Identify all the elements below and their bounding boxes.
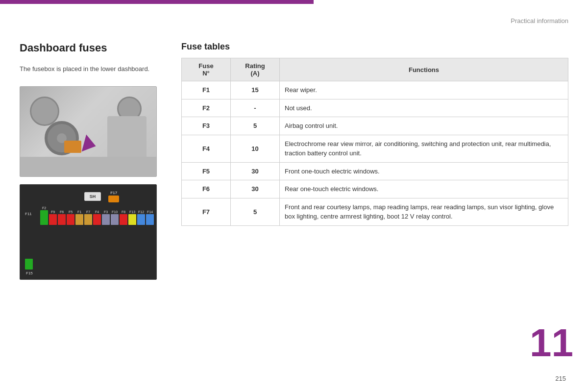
top-bar [0,0,314,4]
fuse-f9-block [49,214,57,225]
table-row: F2-Not used. [182,99,568,117]
table-cell-rating: 5 [231,198,280,225]
fuse-f6-item: F6 [58,210,66,225]
fuse-f1-label: F1 [77,210,81,214]
table-row: F630Rear one-touch electric windows. [182,180,568,198]
fuse-f6-block [58,214,66,225]
fuse-f5-label: F5 [69,210,73,214]
fuse-f13-block [128,214,136,225]
table-cell-functions: Front and rear courtesy lamps, map readi… [280,198,568,225]
fuse-f7-block [84,214,92,225]
fuse-f14-label: F14 [147,210,153,214]
fuse-f13-label: F13 [129,210,135,214]
fuse-f7-item: F7 [84,210,92,225]
table-cell-fuse: F1 [182,81,231,99]
main-content: Dashboard fuses The fusebox is placed in… [0,32,588,392]
fuse-f11-label: F11 [25,212,32,216]
page-number: 215 [555,375,566,382]
fuse-top-row: SH F17 [24,191,152,202]
fuse-table: FuseN° Rating(A) Functions F115Rear wipe… [181,58,568,226]
fuse-f8-block [120,214,127,225]
fuse-f1-block [75,214,83,225]
fuse-f9-item: F9 [49,210,57,225]
table-cell-functions: Rear wiper. [280,81,568,99]
fuse-f10-label: F10 [112,210,118,214]
fuse-f2-block [40,210,48,225]
table-cell-rating: 10 [231,135,280,162]
fuse-f17-block [108,196,119,202]
fuse-f4-label: F4 [95,210,99,214]
fuse-f10-block [111,214,119,225]
col-header-functions: Functions [280,58,568,81]
fuse-f13-item: F13 [128,210,136,225]
dashboard-inner [20,87,156,176]
table-cell-fuse: F5 [182,162,231,180]
table-cell-fuse: F7 [182,198,231,225]
table-cell-fuse: F4 [182,135,231,162]
fuse-f9-label: F9 [51,210,55,214]
dashboard-floor [20,157,156,176]
fuse-f8-item: F8 [120,210,127,225]
dashboard-image [20,86,157,177]
table-row: F115Rear wiper. [182,81,568,99]
col-header-rating: Rating(A) [231,58,280,81]
table-header-row: FuseN° Rating(A) Functions [182,58,568,81]
fuse-f1-item: F1 [75,210,83,225]
table-cell-fuse: F6 [182,180,231,198]
arrow-indicator [82,134,98,154]
fuse-f14-block [146,214,154,225]
description-text: The fusebox is placed in the lower dashb… [20,64,162,74]
fuse-main-row: F2 F9 F6 F5 [38,206,152,225]
fuse-f2-item: F2 [40,206,48,225]
table-cell-functions: Electrochrome rear view mirror, air cond… [280,135,568,162]
col-header-fuse: FuseN° [182,58,231,81]
fuse-f10-item: F10 [111,210,119,225]
table-cell-rating: 30 [231,162,280,180]
fuse-f5-item: F5 [67,210,74,225]
fuse-f12-block [137,214,145,225]
fuse-f17-label: F17 [110,191,117,195]
table-cell-functions: Front one-touch electric windows. [280,162,568,180]
table-title: Fuse tables [181,42,568,52]
table-row: F530Front one-touch electric windows. [182,162,568,180]
table-cell-rating: - [231,99,280,117]
fuse-f12-item: F12 [137,210,145,225]
fuse-diagram: F11 SH F17 F2 F9 [20,184,157,280]
table-cell-functions: Rear one-touch electric windows. [280,180,568,198]
fuse-f5-block [67,214,74,225]
fuse-f3-block [102,214,110,225]
header: Practical information [314,0,588,32]
fuse-f15-block [25,259,33,270]
fuse-sh-block: SH [84,192,101,201]
table-row: F75Front and rear courtesy lamps, map re… [182,198,568,225]
fuse-f2-label: F2 [42,206,46,210]
table-cell-functions: Not used. [280,99,568,117]
dashboard-gauge-left [30,97,59,126]
table-cell-rating: 30 [231,180,280,198]
left-column: Dashboard fuses The fusebox is placed in… [20,42,176,382]
table-row: F35Airbag control unit. [182,117,568,135]
right-column: Fuse tables FuseN° Rating(A) Functions F… [176,42,568,382]
table-row: F410Electrochrome rear view mirror, air … [182,135,568,162]
table-cell-rating: 5 [231,117,280,135]
fuse-f3-item: F3 [102,210,110,225]
practical-information-label: Practical information [511,7,568,24]
table-cell-fuse: F2 [182,99,231,117]
fuse-f3-label: F3 [104,210,108,214]
fuse-f12-label: F12 [138,210,144,214]
fuse-f6-label: F6 [60,210,64,214]
chapter-number: 11 [530,323,573,363]
fuse-f14-item: F14 [146,210,154,225]
fuse-f7-label: F7 [86,210,90,214]
table-cell-fuse: F3 [182,117,231,135]
fuse-f4-block [93,214,101,225]
section-title: Dashboard fuses [20,42,162,54]
fuse-f8-label: F8 [122,210,125,214]
table-cell-rating: 15 [231,81,280,99]
fuse-f17-item: F17 [108,191,119,202]
fusebox-indicator [64,141,81,153]
fuse-f15-label: F15 [26,271,33,275]
fuse-f4-item: F4 [93,210,101,225]
table-cell-functions: Airbag control unit. [280,117,568,135]
